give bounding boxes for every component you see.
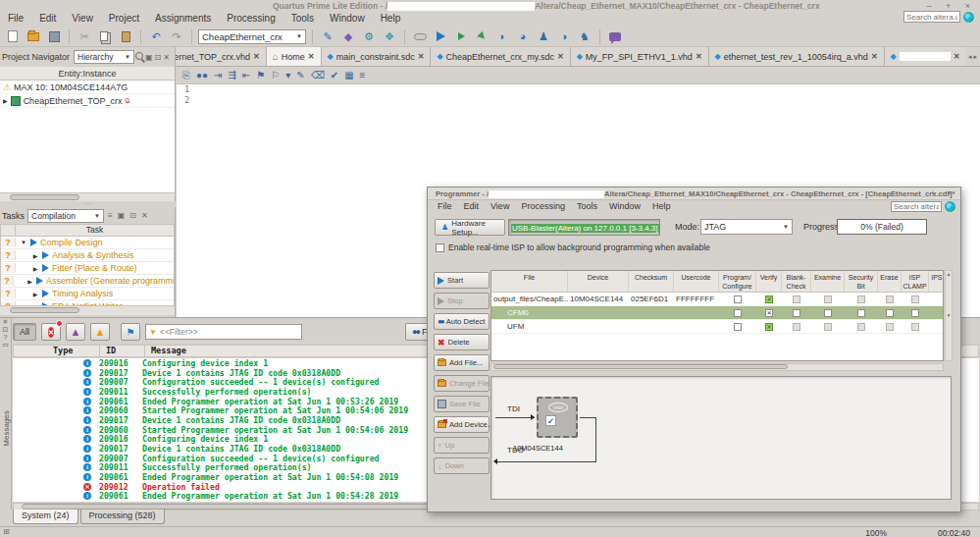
tab-close-icon[interactable]: ✕ — [253, 52, 260, 61]
new-file-icon[interactable] — [4, 28, 22, 45]
replace-icon[interactable]: ⎘ — [182, 70, 190, 81]
messages-tab-system[interactable]: System (24) — [13, 510, 78, 524]
task-expander-icon[interactable]: ▶ — [31, 265, 39, 272]
programmer-search[interactable] — [891, 201, 955, 212]
examine-checkbox[interactable] — [824, 309, 832, 317]
menu-file[interactable]: File — [0, 12, 31, 25]
simulator-people-icon[interactable]: ♞ — [576, 28, 593, 45]
task-row[interactable]: ?▶Analysis & Synthesis — [1, 249, 174, 262]
isp-clamp-checkbox[interactable] — [911, 309, 919, 317]
menu-view[interactable]: View — [485, 200, 515, 212]
filter-flag-button[interactable]: ⚑ — [121, 323, 140, 341]
erase-checkbox[interactable] — [886, 295, 894, 303]
cut-icon[interactable]: ✂ — [76, 28, 93, 45]
verify-checkbox[interactable]: ✕ — [765, 309, 773, 317]
security-bit-checkbox[interactable] — [857, 323, 865, 331]
tab-close-icon[interactable]: ✕ — [557, 52, 564, 61]
msg-close-icon[interactable]: ✕ — [0, 318, 11, 326]
block-select-icon[interactable]: ▦ — [344, 70, 353, 81]
menu-assignments[interactable]: Assignments — [147, 12, 219, 25]
menu-help[interactable]: Help — [373, 12, 409, 25]
device-row[interactable]: UFM✕ — [491, 320, 943, 334]
filter-critical-warnings-button[interactable]: ▲ — [66, 323, 85, 341]
pn-expand-icon[interactable]: ▣ — [144, 53, 154, 62]
jtag-chain-diagram[interactable]: TDI intel ✓ 10M04SCE144 TDO — [490, 376, 952, 500]
menu-window[interactable]: Window — [603, 200, 646, 212]
msg-min-icon[interactable]: ▭ — [0, 341, 11, 349]
ruler-icon[interactable]: ≡ — [360, 70, 366, 81]
task-expander-icon[interactable]: ▶ — [31, 252, 39, 259]
search-input[interactable] — [903, 11, 960, 23]
task-row[interactable]: ?▶Fitter (Place & Route) — [1, 262, 174, 275]
tab-close-icon[interactable]: ✕ — [871, 52, 878, 61]
verify-checkbox[interactable]: ✕ — [765, 323, 773, 331]
security-bit-checkbox[interactable] — [857, 309, 865, 317]
delete-button[interactable]: ✖Delete — [434, 334, 490, 350]
tab-hernet_TOP_crx.vhd[interactable]: ◆hernet_TOP_crx.vhd✕ — [176, 47, 267, 66]
programmer-window-controls[interactable]: – + × — [914, 188, 956, 197]
pn-close-icon[interactable]: ✕ — [162, 53, 171, 62]
messages-tab-processing[interactable]: Processing (528) — [80, 510, 165, 524]
bookmark-next-icon[interactable]: ▾ — [285, 70, 290, 81]
task-row[interactable]: ?▼Compile Design — [1, 237, 174, 249]
pn-search-icon[interactable] — [134, 52, 144, 62]
edit-pen-icon[interactable]: ✎ — [319, 28, 336, 45]
add-file-button[interactable]: Add File... — [434, 354, 490, 371]
programmer-titlebar[interactable]: Programmer - /Altera/Cheap_Ethernet_MAX1… — [428, 188, 960, 200]
menu-tools[interactable]: Tools — [571, 200, 603, 212]
tasks-hscrollbar[interactable] — [0, 305, 175, 315]
paste-icon[interactable] — [117, 28, 134, 45]
tab-Home[interactable]: ⌂Home✕ — [267, 47, 322, 66]
menu-edit[interactable]: Edit — [458, 200, 486, 212]
verify-checkbox[interactable]: ✕ — [765, 295, 773, 303]
tasks-min-icon[interactable]: ⊡ — [129, 211, 137, 220]
device-row[interactable]: output_files/CheapE...10M04SCE144025EF6D… — [491, 293, 943, 306]
start-button[interactable]: Start — [434, 272, 490, 289]
task-row[interactable]: ?▶Timing Analysis — [1, 288, 174, 300]
syntax-check-icon[interactable]: ✔ — [331, 70, 338, 81]
task-expander-icon[interactable]: ▶ — [31, 291, 39, 297]
menu-file[interactable]: File — [432, 200, 458, 212]
message-filter-input[interactable]: ▼<<Filter>> — [145, 324, 302, 340]
find-binoculars-icon[interactable]: ●● — [196, 70, 208, 81]
tasks-menu-icon[interactable]: ≡ — [107, 211, 114, 220]
indent-icon[interactable]: ⇶ — [228, 70, 235, 81]
tasks-close-icon[interactable]: ✕ — [140, 211, 149, 220]
bookmark-add-icon[interactable]: ⚐ — [271, 70, 280, 81]
msg-restore-icon[interactable]: ⊡ — [0, 326, 11, 334]
menu-processing[interactable]: Processing — [219, 12, 283, 25]
table-hscrollbar[interactable] — [490, 363, 944, 371]
expander-icon[interactable]: ▶ — [3, 97, 8, 104]
menu-help[interactable]: Help — [646, 200, 677, 212]
altera-search[interactable] — [903, 11, 974, 23]
grid-icon[interactable]: ⊞ — [3, 527, 10, 536]
filter-warnings-button[interactable]: ▲ — [90, 323, 110, 341]
assembler-drop-icon[interactable]: ◗ — [493, 28, 511, 45]
copy-icon[interactable] — [96, 28, 114, 45]
outdent-icon[interactable]: ⇤ — [242, 70, 250, 81]
blank-check-checkbox[interactable] — [793, 323, 800, 331]
tasks-float-icon[interactable]: ▣ — [117, 211, 127, 220]
programmer-drop-icon[interactable]: ◑ — [555, 28, 573, 45]
tab-close-icon[interactable]: ✕ — [418, 52, 425, 61]
auto-detect-button[interactable]: ●●Auto Detect — [434, 313, 490, 330]
search-input[interactable] — [891, 201, 942, 212]
menu-processing[interactable]: Processing — [515, 200, 571, 212]
device-row[interactable]: CFM0✕ — [491, 306, 943, 320]
timing-clock-icon[interactable]: ◕ — [514, 28, 532, 45]
examine-checkbox[interactable] — [824, 295, 832, 303]
hierarchy-combo[interactable]: Hierarchy▼ — [74, 50, 134, 64]
table-vscrollbar[interactable]: ▲▼ — [945, 270, 953, 361]
pn-collapse-icon[interactable]: ⊡ — [154, 53, 163, 62]
task-expander-icon[interactable]: ▶ — [26, 278, 33, 285]
save-icon[interactable] — [45, 28, 63, 45]
project-combo[interactable]: CheapEthernet_crx▼ — [198, 29, 306, 44]
blank-check-checkbox[interactable] — [793, 295, 800, 303]
filter-all-button[interactable]: All — [13, 323, 36, 341]
erase-checkbox[interactable] — [886, 309, 894, 317]
fitter-arrows-icon[interactable] — [473, 28, 490, 45]
add-device-button[interactable]: Add Device... — [434, 416, 490, 433]
entity-row[interactable]: ▶CheapEthernet_TOP_crx⧉ — [0, 94, 175, 108]
hardware-field[interactable]: USB-Blaster(Altera) on 127.0.0.1 [3-3.4.… — [508, 219, 660, 236]
assignment-paint-icon[interactable]: ◆ — [339, 28, 357, 45]
